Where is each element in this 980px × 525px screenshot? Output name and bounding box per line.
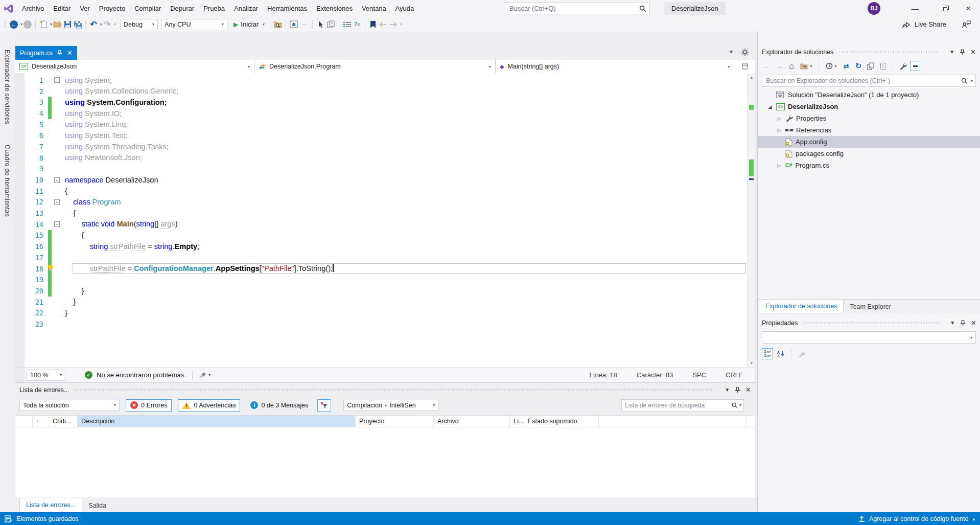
menu-item[interactable]: Proyecto xyxy=(95,0,130,17)
menu-item[interactable]: Archivo xyxy=(17,0,49,17)
scrollbar-down-icon[interactable]: ▼ xyxy=(748,359,755,367)
tab-program-cs[interactable]: Program.cs ✕ xyxy=(15,46,77,60)
fold-margin[interactable] xyxy=(52,219,62,230)
navigate-forward-button[interactable]: → xyxy=(22,19,33,30)
editor-vertical-scrollbar[interactable]: ▲ ▼ xyxy=(747,73,755,367)
column-indicator[interactable]: Carácter: 83 xyxy=(637,371,673,379)
pin-icon[interactable] xyxy=(57,50,62,56)
code-line[interactable]: 20 } xyxy=(15,285,747,296)
switch-views-button[interactable]: ▾ xyxy=(799,61,814,71)
error-list-title-bar[interactable]: Lista de errores... ▼ ✕ xyxy=(15,383,755,397)
code-line[interactable]: 1using System; xyxy=(15,75,747,86)
code-line[interactable]: 19 xyxy=(15,274,747,285)
search-input[interactable] xyxy=(505,5,639,12)
solution-platform-combo[interactable]: Any CPU▾ xyxy=(161,19,227,30)
select-pointer-button[interactable] xyxy=(316,19,326,30)
properties-button[interactable] xyxy=(898,61,908,71)
column-header[interactable]: Códi... xyxy=(49,416,78,427)
quick-search-box[interactable] xyxy=(505,3,650,14)
code-cleanup-dropdown-icon[interactable]: ▾ xyxy=(208,373,211,377)
solution-configuration-combo[interactable]: Debug▾ xyxy=(120,19,158,30)
toolbar-overflow-icon[interactable]: ▾ xyxy=(400,22,402,27)
code-line[interactable]: 21 } xyxy=(15,296,747,308)
nav-type-combo[interactable]: DeserializeJson.Program▾ xyxy=(254,60,496,73)
error-list-body[interactable] xyxy=(15,427,755,497)
open-file-button[interactable] xyxy=(52,19,62,30)
messages-toggle-button[interactable]: i0 de 3 Mensajes xyxy=(246,399,312,412)
space-indicator[interactable]: SPC xyxy=(692,371,706,379)
code-line[interactable]: 10namespace DeserializeJson xyxy=(15,174,747,186)
window-position-dropdown-icon[interactable]: ▼ xyxy=(725,387,730,393)
column-header[interactable]: Estado suprimido xyxy=(524,416,599,427)
save-button[interactable] xyxy=(62,19,73,30)
menu-item[interactable]: Ventana xyxy=(357,0,391,17)
properties-object-combo[interactable]: ▾ xyxy=(762,331,976,344)
search-options-icon[interactable]: ▾ xyxy=(739,403,741,407)
pin-panel-icon[interactable] xyxy=(960,49,965,55)
live-share-button[interactable]: Live Share xyxy=(915,20,946,28)
comment-lines-button[interactable] xyxy=(342,19,352,30)
code-line[interactable]: 16 string strPathFile = string.Empty; xyxy=(15,241,747,252)
menu-item[interactable]: Compilar xyxy=(130,0,166,17)
collapsed-arrow-icon[interactable]: ▷ xyxy=(776,163,782,168)
code-editor[interactable]: 1using System;2using System.Collections.… xyxy=(15,73,755,367)
code-line[interactable]: 7using System.Threading.Tasks; xyxy=(15,141,747,152)
sync-with-active-document-button[interactable]: ⇄ xyxy=(841,61,851,71)
tree-item[interactable]: ▷C#Program.cs xyxy=(758,159,980,171)
menu-item[interactable]: Ayuda xyxy=(391,0,419,17)
column-header-blank[interactable] xyxy=(15,416,33,427)
code-line[interactable]: 23 xyxy=(15,318,747,330)
column-header[interactable]: Archivo xyxy=(434,416,510,427)
send-feedback-icon[interactable] xyxy=(962,20,971,28)
project-badge[interactable]: DeserializeJson xyxy=(664,2,726,15)
menu-item[interactable]: Herramientas xyxy=(263,0,312,17)
forward-button[interactable]: → xyxy=(774,61,784,71)
navigate-back-button[interactable]: ← xyxy=(9,19,19,30)
server-explorer-vertical-tab[interactable]: Explorador de servidores xyxy=(4,47,11,127)
minimize-button[interactable]: — xyxy=(903,0,927,17)
tree-item[interactable]: ∞Solución "DeserializeJson" (1 de 1 proy… xyxy=(758,89,980,101)
fold-margin[interactable] xyxy=(52,174,62,186)
document-well-dropdown-icon[interactable]: ▼ xyxy=(729,49,734,55)
health-message[interactable]: No se encontraron problemas. xyxy=(97,371,186,379)
tree-item[interactable]: packages.config xyxy=(758,148,980,159)
column-header-blank[interactable]: ↑ xyxy=(33,416,49,427)
source-control-group[interactable]: Agregar al control de código fuente ▴ xyxy=(858,515,975,522)
show-all-files-button[interactable] xyxy=(878,61,888,71)
scrollbar-up-icon[interactable]: ▲ xyxy=(748,73,755,81)
code-line[interactable]: 14 static void Main(string[] args) xyxy=(15,219,747,230)
undo-button[interactable]: ↶ xyxy=(88,19,99,30)
avatar[interactable]: DJ xyxy=(868,2,880,15)
fold-margin[interactable] xyxy=(52,75,62,86)
properties-title-bar[interactable]: Propiedades ▼ ✕ xyxy=(758,316,980,330)
next-bookmark-button[interactable] xyxy=(388,19,399,30)
tree-item[interactable]: ▷Referencias xyxy=(758,124,980,136)
quick-actions-lightbulb-icon[interactable] xyxy=(47,264,54,275)
intellisense-filter-combo[interactable]: Compilación + IntelliSen▾ xyxy=(343,400,438,411)
back-button[interactable]: ← xyxy=(762,61,772,71)
collapse-all-button[interactable] xyxy=(866,61,876,71)
zoom-level-combo[interactable]: 100 %▾ xyxy=(27,370,65,381)
scope-filter-combo[interactable]: Toda la solución▾ xyxy=(19,400,120,411)
editor-gear-icon[interactable] xyxy=(741,48,749,56)
code-line[interactable]: 13 { xyxy=(15,208,747,219)
menu-item[interactable]: Editar xyxy=(49,0,75,17)
collapse-region-icon[interactable] xyxy=(54,177,60,183)
toolbar-grip[interactable] xyxy=(4,20,7,29)
collapse-region-icon[interactable] xyxy=(54,199,60,205)
warnings-toggle-button[interactable]: 0 Advertencias xyxy=(178,399,240,412)
code-line[interactable]: 6using System.Text; xyxy=(15,130,747,141)
code-line[interactable]: 18 strPathFile = ConfigurationManager.Ap… xyxy=(15,263,747,275)
line-indicator[interactable]: Línea: 18 xyxy=(590,371,617,379)
collapsed-arrow-icon[interactable]: ▷ xyxy=(776,128,782,133)
restore-button[interactable] xyxy=(934,0,958,17)
code-line[interactable]: 11{ xyxy=(15,186,747,197)
nav-project-combo[interactable]: C# DeserializeJson▾ xyxy=(15,60,254,73)
code-line[interactable]: 2using System.Collections.Generic; xyxy=(15,86,747,97)
expanded-arrow-icon[interactable]: ◢ xyxy=(767,104,773,109)
errors-toggle-button[interactable]: ✕0 Errores xyxy=(126,399,172,412)
tree-item[interactable]: ▷Properties xyxy=(758,112,980,124)
tab-team-explorer[interactable]: Team Explorer xyxy=(844,300,897,313)
new-project-button[interactable] xyxy=(38,19,49,30)
tab-solution-explorer[interactable]: Explorador de soluciones xyxy=(759,300,844,313)
